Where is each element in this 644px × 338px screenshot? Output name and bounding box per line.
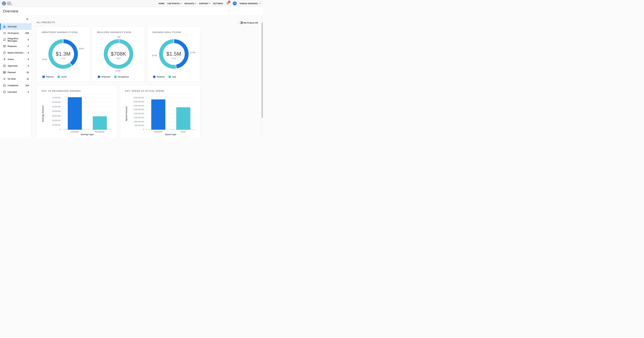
nav-item-home[interactable]: HOME [158, 2, 164, 4]
donut-center-value: $708K [111, 51, 126, 57]
user-menu[interactable]: TERESA SERRANO [240, 2, 260, 4]
y-axis-tick-label: 2,500,000,000 [127, 109, 144, 110]
legend-item-active: Active [58, 76, 67, 78]
legend-label: Projected [102, 76, 110, 78]
nav-item-navigate[interactable]: NAVIGATE [184, 2, 196, 4]
nav-item-settings[interactable]: SETTINGS [213, 2, 223, 4]
donut-cards-row: IDENTIFIED SAVINGS FY2026$500K$760K$1.3M… [36, 26, 258, 82]
nav-item-label: HOME [158, 2, 164, 4]
donut-card-realized-savings-fy2026: REALIZED SAVINGS FY2026$8K$700K$708KTota… [92, 26, 145, 82]
sidebar-item-label: Needs Attention [8, 52, 26, 54]
x-axis-category-label: Recognized [88, 131, 112, 133]
donut-chart-area: $500K$760K$1.3MTotal [37, 36, 89, 76]
y-axis-tick-label: 10,000,000 [44, 124, 60, 126]
chevron-down-icon [180, 3, 182, 4]
brand-logo[interactable]: Global Modern Services [2, 1, 12, 6]
dashboard-page: Global Modern Services HOMECSR PORTALNAV… [0, 0, 263, 138]
sidebar-nav: OverviewAll Projects205Integration Messa… [0, 22, 31, 95]
gridline [146, 98, 196, 98]
bar-actual [176, 107, 190, 130]
sidebar-item-approvals[interactable]: Approvals4 [0, 62, 31, 69]
card-title: REALIZED SAVINGS FY2026 [97, 31, 140, 34]
alert-circle-icon [3, 51, 6, 54]
sidebar-item-count: 22 [26, 71, 29, 74]
donut-segment-value-label: $500K [79, 48, 84, 50]
sidebar-item-label: Active [8, 58, 26, 60]
card-title: EST. VS RECOGNIZED SAVINGS [42, 90, 112, 92]
chevron-down-icon [195, 3, 196, 4]
brand-name: Global Modern Services [7, 2, 12, 5]
legend-swatch [42, 76, 45, 78]
vertical-scrollbar[interactable] [261, 16, 263, 138]
notifications-button[interactable]: 2 [226, 2, 229, 5]
sidebar-item-label: Canceled [8, 91, 26, 93]
legend-swatch [153, 76, 156, 78]
donut-segment-value-label: $8K [118, 36, 121, 38]
top-nav-bar: Global Modern Services HOMECSR PORTALNAV… [0, 0, 263, 7]
check-circle-icon [3, 64, 6, 67]
sidebar-collapse-icon[interactable] [26, 18, 29, 20]
nav-item-csr-portal[interactable]: CSR PORTAL [167, 2, 182, 4]
inbox-icon [3, 45, 6, 48]
nav-item-label: SUPPORT [199, 2, 209, 4]
sidebar-item-on-hold[interactable]: On Hold12 [0, 76, 31, 82]
donut-center-label: Goal [172, 57, 176, 60]
y-axis-tick-label: 30,000,000 [44, 115, 60, 117]
content-header: ALL PROJECTS My Projects Off [36, 21, 258, 26]
nav-item-label: SETTINGS [213, 2, 223, 4]
y-axis-tick-label: 0 [44, 128, 60, 130]
sidebar-item-label: All Projects [8, 32, 24, 34]
main-content: ALL PROJECTS My Projects Off IDENTIFIED … [32, 16, 263, 138]
sidebar-item-count: 9 [28, 58, 29, 60]
y-axis-tick-label: 1,000,000,000 [127, 121, 144, 122]
sidebar-item-requests[interactable]: Requests2 [0, 43, 31, 50]
legend-item-projected: Projected [98, 76, 110, 78]
legend-swatch [114, 76, 116, 78]
legend-swatch [168, 76, 171, 78]
sidebar-item-count: 205 [25, 32, 29, 34]
globe-logo-icon [2, 1, 6, 6]
chart-legend: RealizedGap [153, 76, 176, 78]
page-title: Overview [3, 9, 18, 14]
toggle-knob [239, 22, 241, 24]
nav-item-label: CSR PORTAL [167, 2, 180, 4]
nav-item-support[interactable]: SUPPORT [199, 2, 210, 4]
x-axis-line [62, 130, 112, 130]
donut-card-identified-savings-fy2026: IDENTIFIED SAVINGS FY2026$500K$760K$1.3M… [36, 26, 90, 82]
legend-item-realized: Realized [153, 76, 164, 78]
bar-cards-row: EST. VS RECOGNIZED SAVINGS010,000,00020,… [36, 85, 258, 138]
legend-label: Recognized [118, 76, 129, 78]
user-avatar[interactable]: TS [233, 2, 237, 5]
section-title: ALL PROJECTS [36, 21, 82, 24]
x-axis-title: Spend type [154, 133, 188, 136]
sidebar-item-completed[interactable]: Completed154 [0, 82, 31, 89]
my-projects-toggle[interactable]: My Projects Off [238, 22, 258, 24]
sync-icon [3, 38, 6, 41]
legend-swatch [98, 76, 100, 78]
x-axis-line [146, 130, 196, 130]
scrollbar-thumb[interactable] [262, 22, 263, 118]
y-axis-tick-label: 3,000,000,000 [127, 105, 144, 107]
sidebar-item-active[interactable]: Active9 [0, 56, 31, 62]
toggle-switch[interactable] [238, 22, 243, 24]
sidebar-item-canceled[interactable]: Canceled2 [0, 89, 31, 95]
sidebar-item-count: 2 [28, 45, 29, 48]
sidebar-item-all-projects[interactable]: All Projects205 [0, 30, 31, 36]
y-axis-tick-label: 70,000,000 [44, 97, 60, 98]
sidebar-item-label: Planned [8, 71, 25, 74]
chart-legend: ProjectedRecognized [98, 76, 129, 78]
donut-chart: $708K$792K$1.5MGoal [148, 36, 200, 75]
sidebar-item-planned[interactable]: Planned22 [0, 69, 31, 76]
donut-segment-value-label: $700K [116, 70, 120, 72]
sidebar-item-overview[interactable]: Overview [0, 23, 31, 30]
y-axis-line [62, 98, 62, 130]
legend-label: Planned [46, 76, 54, 78]
sidebar-item-integration-messages[interactable]: Integration Messages0 [0, 36, 31, 43]
page-title-bar: Overview [0, 7, 263, 16]
sidebar-item-needs-attention[interactable]: Needs Attention9 [0, 50, 31, 56]
card-title: IDENTIFIED SAVINGS FY2026 [42, 31, 84, 34]
minus-circle-icon [3, 90, 6, 94]
sidebar-item-label: On Hold [8, 78, 25, 80]
donut-center-label: Total [116, 57, 120, 60]
bolt-icon [3, 58, 6, 61]
